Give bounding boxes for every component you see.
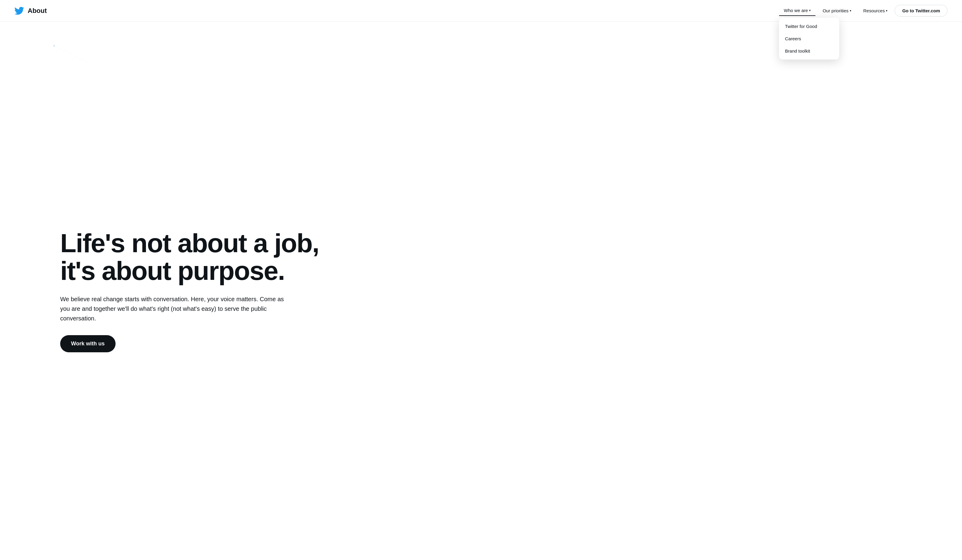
navbar: About Who we are ▾ Twitter for Good Care… <box>0 0 962 22</box>
nav-who-we-are-label: Who we are <box>784 8 808 13</box>
nav-our-priorities-label: Our priorities <box>823 8 849 13</box>
work-with-us-button[interactable]: Work with us <box>60 335 116 352</box>
resources-chevron-icon: ▾ <box>886 9 888 12</box>
hero-content: Life's not about a job, it's about purpo… <box>60 229 331 352</box>
nav-right: Who we are ▾ Twitter for Good Careers Br… <box>779 5 947 16</box>
hero-title: Life's not about a job, it's about purpo… <box>60 229 331 285</box>
nav-our-priorities[interactable]: Our priorities ▾ <box>818 6 856 16</box>
svg-line-27 <box>54 46 90 67</box>
hero-background-dots <box>0 22 90 67</box>
dropdown-twitter-for-good[interactable]: Twitter for Good <box>779 20 839 32</box>
hero-section: Life's not about a job, it's about purpo… <box>0 22 962 560</box>
logo-text: About <box>28 7 47 15</box>
nav-resources-label: Resources <box>863 8 885 13</box>
hero-subtitle: We believe real change starts with conve… <box>60 294 289 323</box>
logo-link[interactable]: About <box>15 6 47 16</box>
who-we-are-chevron-icon: ▾ <box>809 9 811 12</box>
who-we-are-dropdown: Twitter for Good Careers Brand toolkit <box>779 18 839 60</box>
twitter-logo-icon <box>15 6 24 16</box>
nav-who-we-are[interactable]: Who we are ▾ Twitter for Good Careers Br… <box>779 5 815 16</box>
svg-point-0 <box>53 45 55 47</box>
dropdown-careers[interactable]: Careers <box>779 32 839 45</box>
go-to-twitter-button[interactable]: Go to Twitter.com <box>894 5 947 16</box>
our-priorities-chevron-icon: ▾ <box>850 9 851 12</box>
nav-resources[interactable]: Resources ▾ <box>859 6 893 16</box>
dropdown-brand-toolkit[interactable]: Brand toolkit <box>779 45 839 57</box>
